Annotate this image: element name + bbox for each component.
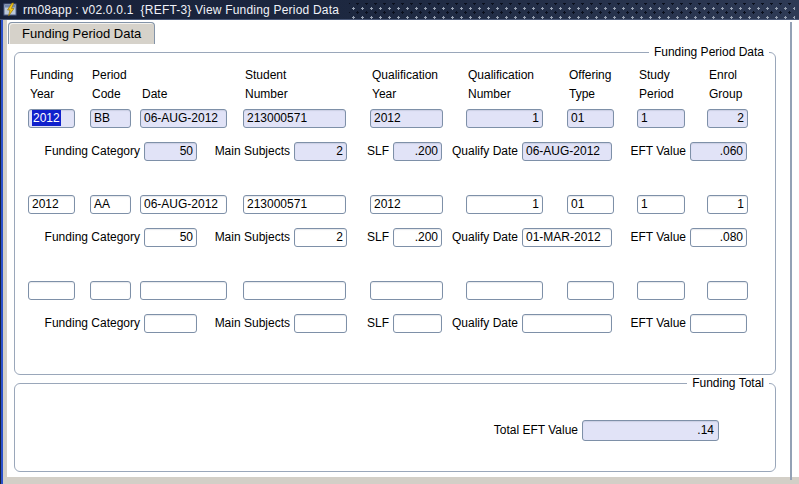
titlebar-texture xyxy=(349,3,795,19)
header-qualification-year: QualificationYear xyxy=(372,66,438,104)
funding-year-field[interactable]: 2012 xyxy=(28,109,75,128)
offering-type-field[interactable] xyxy=(567,281,614,300)
student-number-field[interactable]: 213000571 xyxy=(243,109,346,128)
qualification-year-field[interactable]: 2012 xyxy=(370,109,443,128)
main-subjects-label: Main Subjects xyxy=(190,142,290,161)
period-code-field[interactable]: BB xyxy=(90,109,131,128)
qualify-date-field[interactable] xyxy=(522,314,612,333)
funding-period-record: 2012 BB 06-AUG-2012 213000571 2012 1 01 … xyxy=(0,109,799,181)
eft-value-label: EFT Value xyxy=(600,142,686,161)
window-title: rm08app : v02.0.0.1 {REFT-3} View Fundin… xyxy=(23,3,339,17)
student-number-field[interactable] xyxy=(243,281,346,300)
window-titlebar[interactable]: rm08app : v02.0.0.1 {REFT-3} View Fundin… xyxy=(0,0,799,20)
study-period-field[interactable] xyxy=(637,281,685,300)
date-field[interactable]: 06-AUG-2012 xyxy=(140,195,227,214)
header-study-period: StudyPeriod xyxy=(639,66,674,104)
qualification-year-field[interactable] xyxy=(370,281,443,300)
header-qualification-number: QualificationNumber xyxy=(468,66,534,104)
eft-value-field[interactable]: .060 xyxy=(690,142,747,161)
header-period-code: PeriodCode xyxy=(92,66,127,104)
eft-value-label: EFT Value xyxy=(600,228,686,247)
eft-value-label: EFT Value xyxy=(600,314,686,333)
slf-label: SLF xyxy=(329,314,389,333)
date-field[interactable] xyxy=(140,281,227,300)
offering-type-field[interactable]: 01 xyxy=(567,109,614,128)
qualification-number-field[interactable]: 1 xyxy=(466,109,543,128)
slf-label: SLF xyxy=(329,228,389,247)
header-funding-year: FundingYear xyxy=(30,66,73,104)
study-period-field[interactable]: 1 xyxy=(637,109,685,128)
funding-year-field[interactable] xyxy=(28,281,75,300)
selected-text: 2012 xyxy=(32,110,61,126)
period-code-field[interactable]: AA xyxy=(90,195,131,214)
total-eft-value-label: Total EFT Value xyxy=(448,420,578,441)
slf-field[interactable]: .200 xyxy=(393,228,442,247)
header-student-number: StudentNumber xyxy=(245,66,288,104)
funding-category-label: Funding Category xyxy=(20,142,140,161)
tab-funding-period-data[interactable]: Funding Period Data xyxy=(8,22,155,44)
window-bottom-border xyxy=(3,477,799,484)
funding-period-record: Funding Category Main Subjects SLF Quali… xyxy=(0,281,799,353)
funding-total-legend: Funding Total xyxy=(687,375,769,392)
period-code-field[interactable] xyxy=(90,281,131,300)
qualify-date-field[interactable]: 01-MAR-2012 xyxy=(522,228,612,247)
enrol-group-field[interactable]: 2 xyxy=(707,109,748,128)
slf-field[interactable] xyxy=(393,314,442,333)
enrol-group-field[interactable]: 1 xyxy=(707,195,748,214)
oracle-forms-app-icon xyxy=(3,2,18,17)
app-window: rm08app : v02.0.0.1 {REFT-3} View Fundin… xyxy=(0,0,799,484)
funding-period-record: 2012 AA 06-AUG-2012 213000571 2012 1 01 … xyxy=(0,195,799,267)
header-date: Date xyxy=(142,85,167,104)
qualify-date-label: Qualify Date xyxy=(438,142,518,161)
funding-period-data-legend: Funding Period Data xyxy=(649,44,769,61)
funding-category-label: Funding Category xyxy=(20,314,140,333)
date-field[interactable]: 06-AUG-2012 xyxy=(140,109,227,128)
qualify-date-field[interactable]: 06-AUG-2012 xyxy=(522,142,612,161)
total-eft-value-field[interactable]: .14 xyxy=(582,420,719,441)
eft-value-field[interactable] xyxy=(690,314,747,333)
qualification-year-field[interactable]: 2012 xyxy=(370,195,443,214)
qualification-number-field[interactable]: 1 xyxy=(466,195,543,214)
tab-label: Funding Period Data xyxy=(22,26,141,41)
eft-value-field[interactable]: .080 xyxy=(690,228,747,247)
header-enrol-group: EnrolGroup xyxy=(709,66,742,104)
slf-field[interactable]: .200 xyxy=(393,142,442,161)
main-subjects-label: Main Subjects xyxy=(190,228,290,247)
funding-year-field[interactable]: 2012 xyxy=(28,195,75,214)
student-number-field[interactable]: 213000571 xyxy=(243,195,346,214)
study-period-field[interactable]: 1 xyxy=(637,195,685,214)
slf-label: SLF xyxy=(329,142,389,161)
funding-category-label: Funding Category xyxy=(20,228,140,247)
enrol-group-field[interactable] xyxy=(707,281,748,300)
qualification-number-field[interactable] xyxy=(466,281,543,300)
offering-type-field[interactable]: 01 xyxy=(567,195,614,214)
qualify-date-label: Qualify Date xyxy=(438,228,518,247)
header-offering-type: OfferingType xyxy=(569,66,611,104)
main-subjects-label: Main Subjects xyxy=(190,314,290,333)
qualify-date-label: Qualify Date xyxy=(438,314,518,333)
